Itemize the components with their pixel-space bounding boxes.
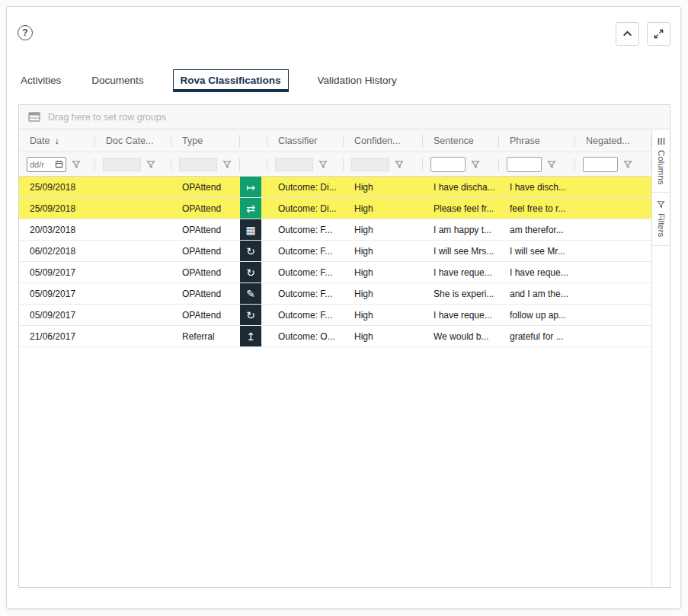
cell-doc-category[interactable] [95,262,171,282]
negated-filter-input[interactable] [583,157,618,172]
sentence-filter-input[interactable] [430,157,466,172]
cell-confidence[interactable]: High [344,219,423,240]
table-row[interactable]: 25/09/2018 OPAttend ⇄ Outcome: Di... Hig… [19,198,651,219]
sync-icon[interactable]: ↻ [240,262,261,282]
doc-category-filter-input[interactable] [103,158,141,171]
cell-type[interactable]: OPAttend [171,219,240,240]
column-header-date[interactable]: Date ↓ [19,129,95,152]
filter-icon[interactable] [146,160,155,169]
type-filter-input[interactable] [179,158,217,171]
table-row[interactable]: 21/06/2017 Referral ↥ Outcome: O... High… [19,326,651,347]
filter-icon[interactable] [471,160,480,169]
cell-date[interactable]: 25/09/2018 [19,198,95,219]
cell-date[interactable]: 05/09/2017 [19,262,95,282]
cell-date[interactable]: 20/03/2018 [19,219,95,240]
cell-doc-category[interactable] [95,283,171,304]
filter-icon[interactable] [623,160,632,169]
cell-confidence[interactable]: High [344,262,423,282]
cell-doc-category[interactable] [95,305,171,325]
filter-icon[interactable] [72,160,81,169]
cell-negated[interactable] [575,305,651,325]
classifier-filter-input[interactable] [275,158,313,171]
confidence-filter-input[interactable] [351,158,389,171]
cell-date[interactable]: 05/09/2017 [19,283,95,304]
sync-icon[interactable]: ↻ [240,241,261,261]
cell-confidence[interactable]: High [344,326,423,346]
cell-date[interactable]: 25/09/2018 [19,177,95,197]
sign-out-icon[interactable]: ↦ [240,177,261,197]
cell-doc-category[interactable] [95,241,171,261]
shuffle-icon[interactable]: ⇄ [240,198,261,219]
tab-validation-history[interactable]: Validation History [316,70,398,92]
column-header-sentence[interactable]: Sentence [423,129,499,152]
table-row[interactable]: 20/03/2018 OPAttend ▦ Outcome: F... High… [19,219,651,241]
edit-icon[interactable]: ✎ [240,283,261,304]
cell-classifier[interactable]: Outcome: O... [267,326,344,346]
cell-sentence[interactable]: Please feel fr... [423,198,499,219]
cell-confidence[interactable]: High [344,283,423,304]
cell-sentence[interactable]: I will see Mrs... [423,241,499,261]
cell-negated[interactable] [575,262,651,282]
cell-confidence[interactable]: High [344,177,423,197]
tab-documents[interactable]: Documents [90,70,145,92]
cell-confidence[interactable]: High [344,241,423,261]
collapse-button[interactable] [616,22,639,46]
cell-classifier[interactable]: Outcome: F... [267,241,344,261]
cell-sentence[interactable]: I have reque... [423,262,499,282]
cell-date[interactable]: 05/09/2017 [19,305,95,325]
cell-type[interactable]: Referral [171,326,240,346]
cell-type[interactable]: OPAttend [171,283,240,304]
column-header-confidence[interactable]: Confiden... [344,129,423,152]
upload-icon[interactable]: ↥ [240,326,261,346]
tab-rova-classifications[interactable]: Rova Classifications [173,69,289,92]
cell-classifier[interactable]: Outcome: Di... [267,177,344,197]
cell-negated[interactable] [575,219,651,240]
table-row[interactable]: 06/02/2018 OPAttend ↻ Outcome: F... High… [19,241,651,262]
tab-activities[interactable]: Activities [19,70,62,92]
sync-icon[interactable]: ↻ [240,305,261,325]
row-group-dropzone[interactable]: Drag here to set row groups [19,105,670,129]
cell-classifier[interactable]: Outcome: F... [267,219,344,240]
filter-icon[interactable] [318,160,328,169]
cell-sentence[interactable]: I am happy t... [423,219,499,240]
cell-negated[interactable] [575,177,651,197]
cell-confidence[interactable]: High [344,198,423,219]
cell-doc-category[interactable] [95,198,171,219]
cell-negated[interactable] [575,326,651,346]
column-header-classifier[interactable]: Classifier [267,129,344,152]
help-icon[interactable]: ? [18,25,33,40]
cell-negated[interactable] [575,241,651,261]
cell-sentence[interactable]: I have reque... [423,305,499,325]
calendar-icon[interactable]: ▦ [240,219,261,240]
cell-confidence[interactable]: High [344,305,423,325]
cell-phrase[interactable]: I have reque... [499,262,575,282]
column-header-type[interactable]: Type [171,129,240,152]
column-header-doc-category[interactable]: Doc Cate... [95,129,171,152]
cell-date[interactable]: 21/06/2017 [19,326,95,346]
cell-classifier[interactable]: Outcome: Di... [267,198,344,219]
cell-type[interactable]: OPAttend [171,262,240,282]
date-filter-input[interactable]: dd/r [27,157,66,172]
filter-icon[interactable] [395,160,404,169]
side-tab-filters[interactable]: Filters [652,193,670,245]
filter-icon[interactable] [547,160,556,169]
cell-classifier[interactable]: Outcome: F... [267,262,344,282]
table-row[interactable]: 05/09/2017 OPAttend ↻ Outcome: F... High… [19,305,651,326]
column-header-phrase[interactable]: Phrase [499,129,575,152]
table-row[interactable]: 05/09/2017 OPAttend ↻ Outcome: F... High… [19,262,651,283]
cell-doc-category[interactable] [95,326,171,346]
cell-type[interactable]: OPAttend [171,198,240,219]
cell-type[interactable]: OPAttend [171,305,240,325]
cell-negated[interactable] [575,283,651,304]
cell-sentence[interactable]: I have discha... [423,177,499,197]
cell-phrase[interactable]: and I am the... [499,283,575,304]
cell-date[interactable]: 06/02/2018 [19,241,95,261]
cell-classifier[interactable]: Outcome: F... [267,283,344,304]
side-tab-columns[interactable]: Columns [652,129,670,193]
cell-phrase[interactable]: follow up ap... [499,305,575,325]
cell-negated[interactable] [575,198,651,219]
cell-sentence[interactable]: We would b... [423,326,499,346]
cell-phrase[interactable]: I have disch... [499,177,575,197]
cell-sentence[interactable]: She is experi... [423,283,499,304]
table-row[interactable]: 25/09/2018 OPAttend ↦ Outcome: Di... Hig… [19,177,651,198]
